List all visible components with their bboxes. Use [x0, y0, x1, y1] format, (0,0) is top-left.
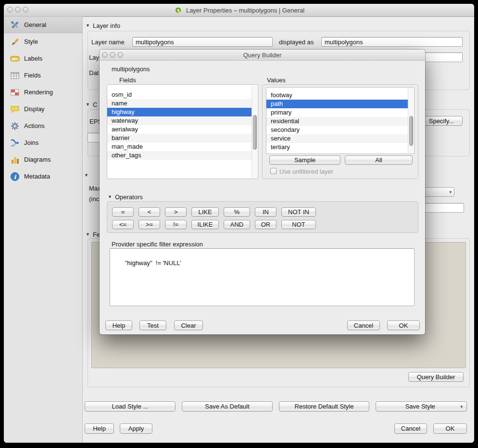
operator-not-in-button[interactable]: NOT IN: [281, 207, 316, 217]
operator-like-button[interactable]: LIKE: [191, 207, 219, 217]
features-section-header[interactable]: ▼ Fe: [86, 231, 100, 238]
list-item-residential[interactable]: residential: [266, 117, 408, 126]
filter-expression-textarea[interactable]: "highway" != 'NULL': [110, 248, 415, 306]
chevron-down-icon: ▾: [460, 404, 463, 409]
operator-lte-button[interactable]: <=: [112, 220, 134, 229]
list-item-footway[interactable]: footway: [266, 91, 408, 100]
list-item-other-tags[interactable]: other_tags: [107, 151, 252, 160]
cancel-button[interactable]: Cancel: [394, 423, 427, 434]
sidebar-item-rendering[interactable]: Rendering: [4, 84, 82, 101]
use-unfiltered-layer-checkbox[interactable]: [270, 168, 277, 174]
help-button[interactable]: Help: [85, 423, 114, 434]
layer-name-input[interactable]: [132, 37, 273, 47]
operator-ilike-button[interactable]: ILIKE: [191, 220, 219, 229]
list-item-primary[interactable]: primary: [266, 108, 408, 117]
dialog-clear-button[interactable]: Clear: [174, 320, 203, 330]
sidebar-item-label: General: [24, 21, 46, 28]
operator-lt-button[interactable]: <: [138, 207, 160, 217]
crs-section-header[interactable]: ▼ C: [86, 101, 97, 108]
list-item-name[interactable]: name: [107, 99, 252, 108]
fields-label: Fields: [119, 77, 136, 84]
list-item-waterway[interactable]: waterway: [107, 116, 252, 125]
sidebar-item-labels[interactable]: abc Labels: [4, 50, 82, 67]
sidebar-item-label: Fields: [24, 72, 41, 79]
displayed-as-input[interactable]: [321, 37, 463, 47]
dialog-titlebar[interactable]: Query Builder: [100, 50, 425, 61]
sidebar-item-diagrams[interactable]: Diagrams: [4, 151, 82, 168]
disclosure-triangle-icon: ▼: [86, 232, 90, 237]
features-section-title-partial: Fe: [93, 231, 100, 238]
checker-icon: [10, 88, 20, 97]
operator-or-button[interactable]: OR: [255, 220, 277, 229]
chevron-down-icon: ▾: [449, 190, 452, 194]
join-arrows-icon: [10, 138, 20, 148]
list-item-man-made[interactable]: man_made: [107, 142, 252, 151]
sidebar-item-general[interactable]: General: [4, 16, 82, 33]
values-scrollbar[interactable]: [408, 88, 414, 153]
layer-info-section-title: Layer info: [93, 22, 120, 29]
list-item-tertiary[interactable]: tertiary: [266, 143, 408, 152]
restore-default-style-button[interactable]: Restore Default Style: [279, 401, 369, 411]
table-icon: [10, 71, 20, 80]
operator-percent-button[interactable]: %: [224, 207, 250, 217]
scale-section-header[interactable]: ▼: [84, 173, 88, 178]
dialog-ok-button[interactable]: OK: [387, 320, 420, 330]
use-unfiltered-layer-label: Use unfiltered layer: [279, 168, 333, 175]
operator-equals-button[interactable]: =: [112, 207, 134, 217]
load-style-button[interactable]: Load Style ...: [85, 401, 176, 411]
operator-not-button[interactable]: NOT: [281, 220, 316, 229]
operator-gte-button[interactable]: >=: [138, 220, 160, 229]
sidebar-item-actions[interactable]: Actions: [4, 117, 82, 134]
sidebar-item-display[interactable]: Display: [4, 101, 82, 117]
query-builder-button[interactable]: Query Builder: [408, 372, 464, 382]
list-item-barrier[interactable]: barrier: [107, 134, 252, 142]
sidebar-item-label: Rendering: [24, 89, 53, 96]
list-item-path-selected[interactable]: path: [266, 100, 408, 108]
save-as-default-button[interactable]: Save As Default: [182, 401, 273, 411]
speech-bubble-icon: [10, 104, 20, 114]
filter-expression-label: Provider specific filter expression: [112, 241, 203, 248]
operators-groupbox: = < > LIKE % IN NOT IN <= >= != ILIKE AN…: [107, 201, 418, 233]
operator-in-button[interactable]: IN: [255, 207, 277, 217]
operator-and-button[interactable]: AND: [224, 220, 250, 229]
scrollbar-thumb[interactable]: [253, 115, 257, 150]
sample-button[interactable]: Sample: [269, 155, 340, 165]
paintbrush-icon: [10, 37, 20, 47]
dialog-title: Query Builder: [100, 50, 425, 60]
save-style-button[interactable]: Save Style ▾: [376, 401, 467, 411]
fields-listbox: osm_id name highway waterway aerialway b…: [107, 84, 258, 179]
dialog-test-button[interactable]: Test: [139, 320, 166, 330]
list-item-secondary[interactable]: secondary: [266, 126, 408, 134]
window-titlebar[interactable]: Layer Properties – multipolygons | Gener…: [4, 4, 474, 17]
dialog-help-button[interactable]: Help: [105, 320, 132, 330]
operator-gt-button[interactable]: >: [165, 207, 187, 217]
all-button[interactable]: All: [345, 155, 413, 165]
sidebar-item-fields[interactable]: Fields: [4, 67, 82, 84]
scrollbar-thumb[interactable]: [409, 116, 413, 146]
sidebar-item-metadata[interactable]: i Metadata: [4, 168, 82, 185]
operator-neq-button[interactable]: !=: [165, 220, 187, 229]
fields-scrollbar[interactable]: [252, 85, 257, 178]
dialog-cancel-button[interactable]: Cancel: [347, 320, 380, 330]
layer-info-section-header[interactable]: ▼ Layer info: [86, 22, 120, 29]
list-item-highway-selected[interactable]: highway: [107, 108, 252, 116]
sidebar-item-label: Style: [24, 38, 38, 45]
window-title-text: Layer Properties – multipolygons | Gener…: [186, 7, 304, 14]
displayed-as-label: displayed as: [279, 38, 314, 46]
disclosure-triangle-icon: ▼: [86, 102, 90, 107]
filter-expression-text: "highway" != 'NULL': [125, 259, 181, 267]
list-item-service[interactable]: service: [266, 134, 408, 143]
abc-label-icon: abc: [10, 54, 20, 64]
sidebar-item-joins[interactable]: Joins: [4, 134, 82, 151]
dialog-layer-name: multipolygons: [112, 65, 150, 73]
sidebar-item-style[interactable]: Style: [4, 33, 82, 50]
sidebar-item-label: Diagrams: [24, 156, 51, 163]
list-item-aerialway[interactable]: aerialway: [107, 125, 252, 134]
sidebar-item-label: Labels: [24, 55, 42, 62]
specify-crs-button[interactable]: Specify...: [420, 116, 463, 126]
apply-button[interactable]: Apply: [120, 423, 152, 434]
ok-button[interactable]: OK: [433, 423, 467, 434]
sidebar-item-label: Metadata: [24, 173, 50, 180]
operators-section-header[interactable]: ▼ Operators: [108, 193, 143, 201]
list-item-osm-id[interactable]: osm_id: [107, 90, 252, 99]
